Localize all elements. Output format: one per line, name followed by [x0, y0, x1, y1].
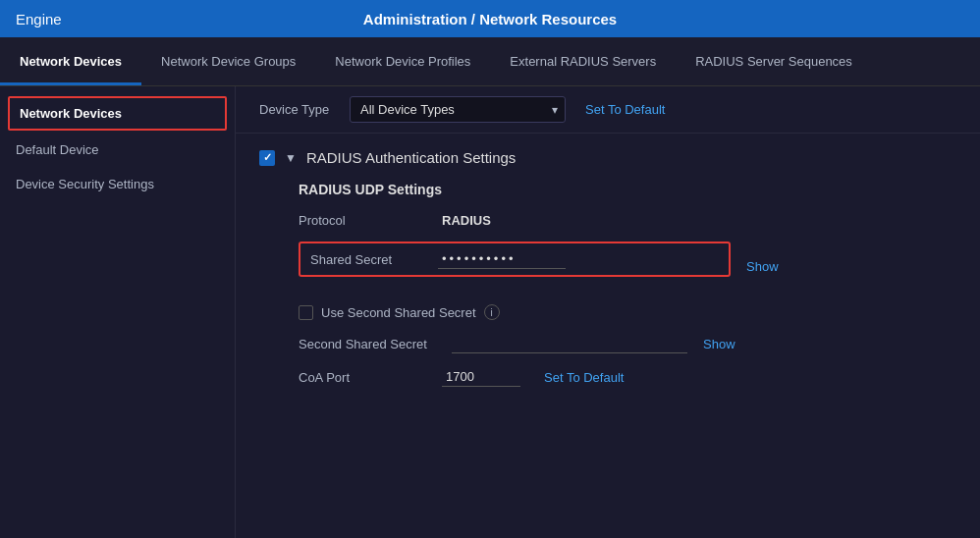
form-content: RADIUS UDP Settings Protocol RADIUS Shar…: [259, 182, 956, 387]
sidebar-item-network-devices[interactable]: Network Devices: [8, 96, 227, 131]
coa-set-to-default-button[interactable]: Set To Default: [544, 370, 624, 385]
page-title: Administration / Network Resources: [363, 11, 617, 27]
sidebar-item-default-device[interactable]: Default Device: [0, 133, 235, 167]
sidebar-item-device-security-settings[interactable]: Device Security Settings: [0, 167, 235, 201]
shared-secret-input[interactable]: [438, 249, 566, 269]
app-header: Engine Administration / Network Resource…: [0, 0, 980, 37]
engine-label: Engine: [16, 11, 62, 27]
set-to-default-button[interactable]: Set To Default: [585, 102, 665, 117]
use-second-shared-secret-checkbox[interactable]: [299, 305, 313, 320]
device-type-select[interactable]: All Device Types: [350, 96, 566, 123]
shared-secret-label: Shared Secret: [310, 252, 438, 267]
nav-tabs: Network Devices Network Device Groups Ne…: [0, 37, 980, 86]
device-type-label: Device Type: [259, 102, 338, 117]
shared-secret-highlighted-row: Shared Secret: [299, 242, 731, 277]
main-layout: Network Devices Default Device Device Se…: [0, 86, 980, 538]
coa-port-row: CoA Port Set To Default: [299, 367, 956, 387]
protocol-label: Protocol: [299, 213, 426, 228]
chevron-down-icon[interactable]: ▼: [285, 151, 297, 165]
coa-port-input[interactable]: [442, 367, 520, 387]
shared-secret-outer-row: Shared Secret Show: [299, 242, 956, 291]
shared-secret-show-button[interactable]: Show: [746, 259, 779, 274]
second-shared-secret-show-button[interactable]: Show: [703, 337, 735, 351]
radius-auth-section-header: ▼ RADIUS Authentication Settings: [259, 149, 956, 166]
second-secret-label: Second Shared Secret: [299, 337, 436, 351]
use-second-label: Use Second Shared Secret: [321, 305, 476, 320]
info-icon[interactable]: i: [484, 304, 500, 320]
radius-auth-section-title: RADIUS Authentication Settings: [306, 149, 516, 166]
radius-auth-section: ▼ RADIUS Authentication Settings RADIUS …: [236, 134, 980, 403]
radius-auth-checkbox[interactable]: [259, 150, 275, 166]
tab-external-radius-servers[interactable]: External RADIUS Servers: [490, 37, 676, 85]
tab-network-devices[interactable]: Network Devices: [0, 37, 141, 85]
radius-udp-settings-title: RADIUS UDP Settings: [299, 182, 956, 197]
tab-radius-server-sequences[interactable]: RADIUS Server Sequences: [676, 37, 872, 85]
protocol-row: Protocol RADIUS: [299, 213, 956, 228]
coa-port-label: CoA Port: [299, 370, 426, 385]
sidebar: Network Devices Default Device Device Se…: [0, 86, 236, 538]
main-content: Device Type All Device Types Set To Defa…: [236, 86, 980, 538]
use-second-shared-secret-row: Use Second Shared Secret i: [299, 304, 956, 320]
tab-network-device-profiles[interactable]: Network Device Profiles: [315, 37, 490, 85]
device-type-select-wrapper: All Device Types: [350, 96, 566, 123]
device-type-bar: Device Type All Device Types Set To Defa…: [236, 86, 980, 134]
tab-network-device-groups[interactable]: Network Device Groups: [141, 37, 315, 85]
second-shared-secret-row: Second Shared Secret Show: [299, 334, 956, 353]
second-shared-secret-input[interactable]: [452, 334, 687, 353]
protocol-value: RADIUS: [442, 213, 491, 228]
